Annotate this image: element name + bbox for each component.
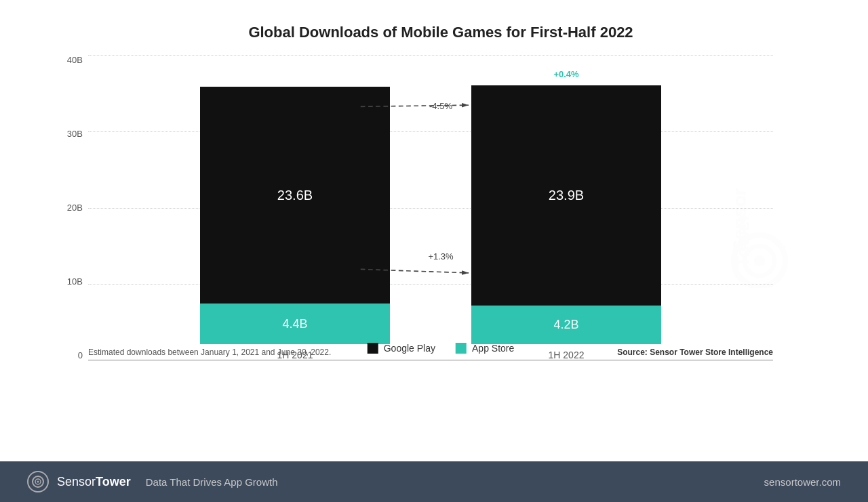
footer-left: SensorTower Data That Drives App Growth (27, 471, 278, 493)
chart-title: Global Downloads of Mobile Games for Fir… (54, 24, 827, 41)
main-container: Global Downloads of Mobile Games for Fir… (0, 0, 868, 502)
y-label-30: 30B (67, 129, 88, 139)
bar-app-store-2021: 4.4B (200, 304, 390, 344)
bar-app-store-2021-label: 4.4B (282, 317, 307, 331)
appstore-change-2022: +0.4% (553, 69, 578, 79)
y-axis: 0 10B 20B 30B 40B (54, 55, 88, 360)
bar-google-play-2022-label: 23.9B (549, 188, 584, 203)
chart-notes: Estimated downloads between January 1, 2… (88, 348, 773, 357)
y-label-20: 20B (67, 203, 88, 213)
googleplay-change-label: +1.3% (428, 251, 453, 262)
y-label-0: 0 (78, 350, 88, 360)
appstore-change-label: -4.5% (429, 101, 452, 111)
y-label-10: 10B (67, 276, 88, 287)
bar-google-play-2022: 23.9B (471, 85, 661, 306)
estimated-note: Estimated downloads between January 1, 2… (88, 348, 331, 357)
footer-brand: SensorTower (57, 475, 131, 489)
bar-stack-2021: 4.4B 23.6B (200, 87, 390, 344)
footer-tagline: Data That Drives App Growth (146, 476, 278, 488)
footer: SensorTower Data That Drives App Growth … (0, 461, 868, 502)
svg-point-10 (37, 481, 39, 483)
bar-google-play-2021: 23.6B (200, 87, 390, 304)
bar-app-store-2022: 4.2B (471, 306, 661, 344)
y-label-40: 40B (67, 55, 88, 65)
footer-tower-label: Tower (96, 475, 131, 488)
chart-area: Global Downloads of Mobile Games for Fir… (0, 0, 868, 461)
footer-logo-icon (27, 471, 49, 493)
chart-body: 0 10B 20B 30B 40B (54, 55, 827, 388)
footer-url: sensortower.com (764, 476, 841, 488)
source-note: Source: Sensor Tower Store Intelligence (617, 348, 773, 357)
bar-group-2021: 4.4B 23.6B 1H 2021 (200, 87, 390, 360)
bar-google-play-2021-label: 23.6B (277, 188, 313, 203)
bar-app-store-2022-label: 4.2B (553, 318, 578, 332)
bar-group-2022: +0.4% 4.2B 23.9B 1H 2022 (471, 85, 661, 360)
bar-stack-2022: 4.2B 23.9B (471, 85, 661, 344)
footer-sensor-label: Sensor (57, 475, 96, 488)
